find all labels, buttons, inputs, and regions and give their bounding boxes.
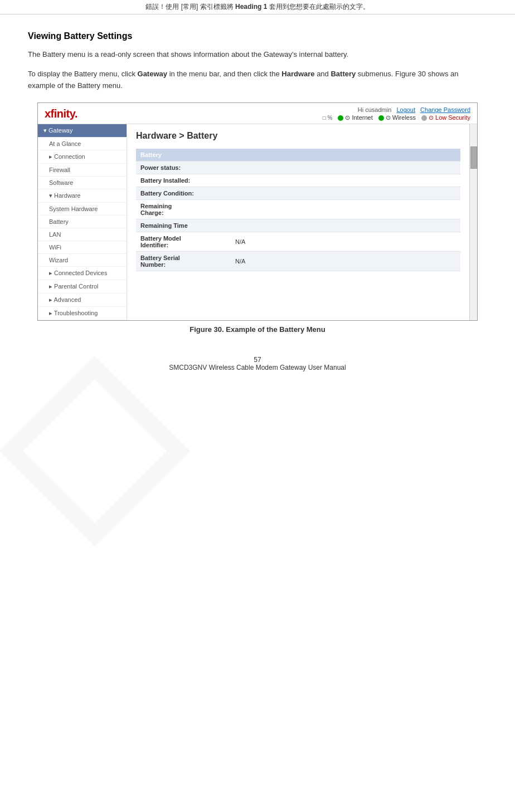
error-text-prefix: 錯誤！使用 [常用] 索引標籤將 [145,3,235,11]
top-right-nav: Hi cusadmin Logout Change Password □ % ⊙… [323,106,470,121]
xfinity-logo: xfinity. [45,107,77,120]
table-row: Battery SerialNumber: N/A [136,252,460,271]
table-row: Battery Condition: [136,187,460,200]
sidebar-item-system-hardware[interactable]: System Hardware [38,203,127,216]
battery-condition-label: Battery Condition: [136,187,231,200]
remaining-time-value [231,219,460,232]
sidebar-item-software[interactable]: Software [38,177,127,189]
battery-installed-label: Battery Installed: [136,174,231,187]
wireless-dot [378,115,384,121]
remaining-charge-label: RemainingCharge: [136,200,231,219]
percent-icon: □ % [323,115,333,121]
sidebar-item-at-a-glance[interactable]: At a Glance [38,138,127,150]
para2-and: and [315,70,331,78]
battery-serial-label: Battery SerialNumber: [136,252,231,271]
sidebar-item-wifi[interactable]: WiFi [38,241,127,254]
battery-model-value: N/A [231,232,460,252]
error-bold: Heading 1 [235,3,267,11]
para2-bold1: Gateway [138,70,167,78]
table-row: Battery Installed: [136,174,460,187]
internet-dot [338,115,343,121]
power-status-label: Power status: [136,162,231,174]
security-status: ⊙ Low Security [421,114,470,121]
para2-prefix: To display the Battery menu, click [28,70,138,78]
battery-header-row: Battery [136,149,460,162]
sidebar-item-hardware[interactable]: ▾ Hardware [38,189,127,203]
para2-bold2: Hardware [281,70,314,78]
internet-label: ⊙ Internet [345,114,372,121]
content-area: Hardware > Battery Battery Power status:… [127,124,469,320]
sidebar: ▾ Gateway At a Glance ▸ Connection Firew… [38,124,127,320]
battery-header-cell: Battery [136,149,460,162]
battery-condition-value [231,187,460,200]
sidebar-item-firewall[interactable]: Firewall [38,164,127,177]
paragraph-2: To display the Battery menu, click Gatew… [28,69,487,92]
remaining-time-label: Remaining Time [136,219,231,232]
watermark [0,356,190,546]
sidebar-item-parental-control[interactable]: ▸ Parental Control [38,280,127,294]
table-row: Battery ModelIdentifier: N/A [136,232,460,252]
sidebar-item-lan[interactable]: LAN [38,228,127,241]
main-content: Viewing Battery Settings The Battery men… [0,14,515,405]
content-title: Hardware > Battery [136,131,460,141]
battery-installed-value [231,174,460,187]
para2-bold3: Battery [331,70,356,78]
table-row: RemainingCharge: [136,200,460,219]
page-number: 57 [28,356,487,364]
table-row: Remaining Time [136,219,460,232]
paragraph-1: The Battery menu is a read-only screen t… [28,49,487,61]
battery-table: Battery Power status: Battery Installed:… [136,149,460,271]
battery-model-label: Battery ModelIdentifier: [136,232,231,252]
sidebar-item-battery[interactable]: Battery [38,216,127,228]
error-text-suffix: 套用到您想要在此處顯示的文字。 [267,3,369,11]
logout-link[interactable]: Logout [396,106,415,113]
screenshot: xfinity. Hi cusadmin Logout Change Passw… [37,102,478,321]
status-row: □ % ⊙ Internet ⊙ Wireless ⊙ Low Security [323,114,470,121]
percent-status: □ % [323,115,333,121]
wireless-status: ⊙ Wireless [378,114,416,121]
sidebar-item-connected-devices[interactable]: ▸ Connected Devices [38,267,127,280]
battery-serial-value: N/A [231,252,460,271]
wireless-label: ⊙ Wireless [386,114,416,121]
power-status-value [231,162,460,174]
sidebar-item-advanced[interactable]: ▸ Advanced [38,294,127,307]
scrollbar-thumb[interactable] [470,146,477,169]
svg-marker-0 [11,368,178,535]
security-dot [421,115,427,121]
figure-caption: Figure 30. Example of the Battery Menu [28,325,487,334]
page-footer: 57 SMCD3GNV Wireless Cable Modem Gateway… [28,356,487,383]
logo-text: xfinity. [45,107,77,120]
para2-mid: in the menu bar, and then click the [167,70,281,78]
sidebar-item-troubleshooting[interactable]: ▸ Troubleshooting [38,307,127,320]
table-row: Power status: [136,162,460,174]
section-title: Viewing Battery Settings [28,31,487,41]
internet-status: ⊙ Internet [338,114,372,121]
footer-text: SMCD3GNV Wireless Cable Modem Gateway Us… [28,364,487,371]
sidebar-item-wizard[interactable]: Wizard [38,254,127,267]
remaining-charge-value [231,200,460,219]
hi-text: Hi cusadmin [358,106,392,113]
scrollbar-track[interactable] [469,124,477,320]
hi-line: Hi cusadmin Logout Change Password [323,106,470,113]
error-bar: 錯誤！使用 [常用] 索引標籤將 Heading 1 套用到您想要在此處顯示的文… [0,0,515,14]
screenshot-body: ▾ Gateway At a Glance ▸ Connection Firew… [38,124,477,320]
xfinity-topbar: xfinity. Hi cusadmin Logout Change Passw… [38,103,477,124]
sidebar-item-connection[interactable]: ▸ Connection [38,150,127,164]
security-label: ⊙ Low Security [429,114,470,121]
sidebar-item-gateway[interactable]: ▾ Gateway [38,124,127,138]
change-password-link[interactable]: Change Password [420,106,470,113]
